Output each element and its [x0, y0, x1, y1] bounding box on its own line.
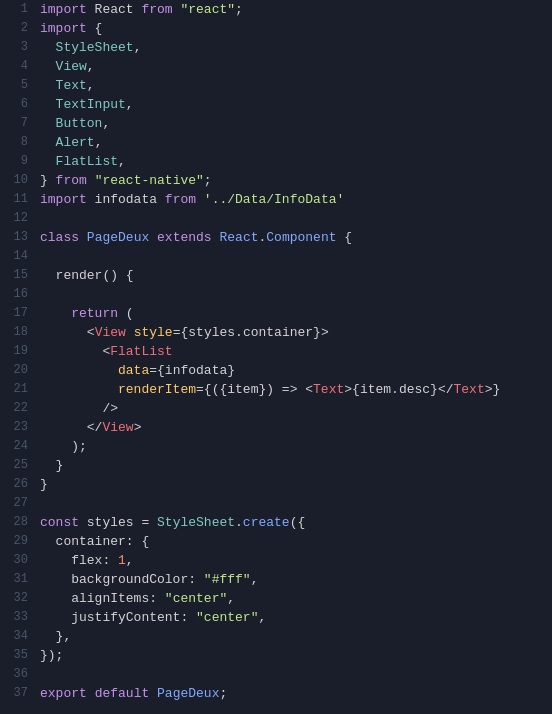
code-token — [40, 323, 87, 342]
code-token: TextInput — [56, 95, 126, 114]
code-token — [40, 152, 56, 171]
code-token: data — [118, 361, 149, 380]
line-number: 7 — [8, 114, 28, 133]
code-line: <View style={styles.container}> — [40, 323, 548, 342]
code-line — [40, 247, 548, 266]
line-number: 27 — [8, 494, 28, 513]
code-token: import — [40, 190, 87, 209]
code-token: "#fff" — [204, 570, 251, 589]
code-line: FlatList, — [40, 152, 548, 171]
code-token: extends — [157, 228, 212, 247]
code-token: { — [337, 228, 353, 247]
line-number: 34 — [8, 627, 28, 646]
code-token: } — [40, 456, 63, 475]
code-line: import React from "react"; — [40, 0, 548, 19]
line-number: 8 — [8, 133, 28, 152]
code-token — [40, 57, 56, 76]
code-token: import — [40, 0, 87, 19]
code-token: backgroundColor: — [40, 570, 204, 589]
code-line: alignItems: "center", — [40, 589, 548, 608]
code-token — [149, 684, 157, 703]
line-number: 6 — [8, 95, 28, 114]
code-token: View — [102, 418, 133, 437]
code-token: { — [87, 19, 103, 38]
code-token — [40, 76, 56, 95]
code-token: < — [87, 323, 95, 342]
line-number: 9 — [8, 152, 28, 171]
code-token: StyleSheet — [157, 513, 235, 532]
code-token: 1 — [118, 551, 126, 570]
code-line — [40, 494, 548, 513]
code-token: View — [95, 323, 126, 342]
code-token: , — [126, 95, 134, 114]
code-token: React — [219, 228, 258, 247]
code-token: , — [102, 114, 110, 133]
line-number: 28 — [8, 513, 28, 532]
code-line: data={infodata} — [40, 361, 548, 380]
line-number: 16 — [8, 285, 28, 304]
code-line: } from "react-native"; — [40, 171, 548, 190]
code-line: }, — [40, 627, 548, 646]
code-token: renderItem — [118, 380, 196, 399]
code-token: Alert — [56, 133, 95, 152]
line-number: 10 — [8, 171, 28, 190]
code-line: <FlatList — [40, 342, 548, 361]
code-token: >{item.desc}</ — [344, 380, 453, 399]
code-token: . — [235, 513, 243, 532]
code-token: , — [87, 76, 95, 95]
line-number: 13 — [8, 228, 28, 247]
code-token: , — [227, 589, 235, 608]
line-number: 24 — [8, 437, 28, 456]
code-token: }); — [40, 646, 63, 665]
code-line: export default PageDeux; — [40, 684, 548, 703]
code-line: import { — [40, 19, 548, 38]
code-token: return — [71, 304, 118, 323]
line-number: 30 — [8, 551, 28, 570]
code-token: , — [134, 38, 142, 57]
code-token: React — [87, 0, 142, 19]
code-line: } — [40, 456, 548, 475]
code-token: justifyContent: — [40, 608, 196, 627]
code-token: flex: — [40, 551, 118, 570]
code-token: import — [40, 19, 87, 38]
code-token: FlatList — [56, 152, 118, 171]
line-number: 22 — [8, 399, 28, 418]
code-token: Text — [454, 380, 485, 399]
code-token: /> — [40, 399, 118, 418]
code-token: Button — [56, 114, 103, 133]
code-token: Component — [266, 228, 336, 247]
code-token: container: { — [40, 532, 149, 551]
line-number: 12 — [8, 209, 28, 228]
code-line: ); — [40, 437, 548, 456]
code-token: } — [40, 475, 48, 494]
code-token — [126, 323, 134, 342]
code-token — [40, 380, 118, 399]
code-token: class — [40, 228, 79, 247]
code-token: "react-native" — [95, 171, 204, 190]
code-token: Text — [313, 380, 344, 399]
line-numbers: 1234567891011121314151617181920212223242… — [0, 0, 36, 714]
code-line: backgroundColor: "#fff", — [40, 570, 548, 589]
code-line: Button, — [40, 114, 548, 133]
code-token: ( — [118, 304, 134, 323]
code-token: '../Data/InfoData' — [204, 190, 344, 209]
line-number: 4 — [8, 57, 28, 76]
code-token: from — [165, 190, 196, 209]
code-token: styles = — [79, 513, 157, 532]
code-line: renderItem={({item}) => <Text>{item.desc… — [40, 380, 548, 399]
code-token — [196, 190, 204, 209]
line-number: 20 — [8, 361, 28, 380]
line-number: 29 — [8, 532, 28, 551]
code-token — [40, 361, 118, 380]
code-token: >} — [485, 380, 501, 399]
code-token: ; — [219, 684, 227, 703]
code-token: from — [141, 0, 172, 19]
line-number: 25 — [8, 456, 28, 475]
code-line: </View> — [40, 418, 548, 437]
code-token — [87, 171, 95, 190]
code-area[interactable]: import React from "react";import { Style… — [36, 0, 552, 714]
code-token: , — [118, 152, 126, 171]
code-line: flex: 1, — [40, 551, 548, 570]
line-number: 26 — [8, 475, 28, 494]
code-line: TextInput, — [40, 95, 548, 114]
